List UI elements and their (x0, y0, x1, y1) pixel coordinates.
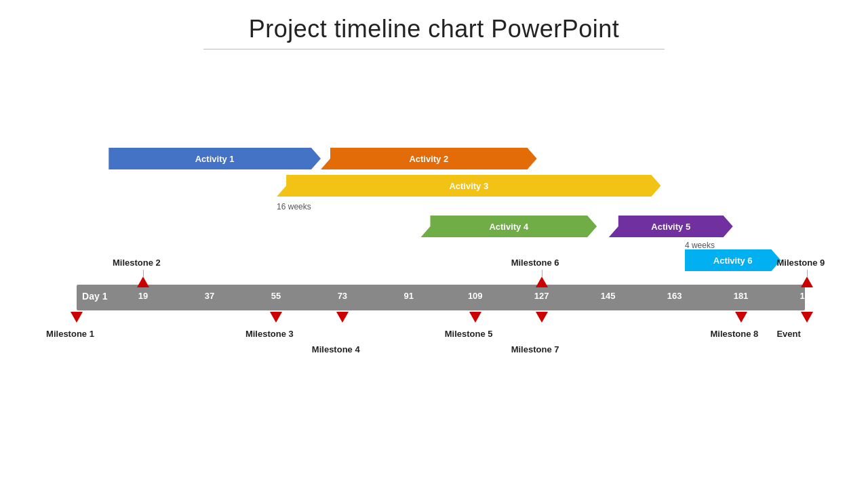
activity-label-act5: Activity 5 (651, 222, 690, 232)
tick-label-4: 73 (338, 291, 347, 301)
milestone-label-m4: Milestone 4 (312, 344, 360, 354)
milestone-label-m5: Milestone 5 (445, 329, 493, 339)
tick-label-10: 181 (734, 291, 749, 301)
tick-label-2: 37 (205, 291, 214, 301)
triangle-m6 (536, 277, 548, 287)
triangle-m8 (735, 312, 747, 323)
milestone-label-m9: Milestone 9 (776, 258, 825, 268)
milestone-label-m3: Milestone 3 (245, 329, 294, 339)
activity-bar-act2: Activity 2 (321, 148, 537, 169)
annotation-ann1: 16 weeks (277, 202, 311, 211)
activity-bar-act4: Activity 4 (421, 216, 597, 237)
tick-label-3: 55 (271, 291, 281, 301)
triangle-m5 (469, 312, 481, 323)
page-title: Project timeline chart PowerPoint (0, 0, 868, 43)
milestone-label-event: Event (776, 329, 800, 339)
triangle-event (801, 312, 813, 323)
line-m9 (807, 270, 808, 277)
tick-label-0: Day 1 (82, 291, 107, 302)
title-underline (203, 49, 665, 49)
line-m2 (143, 270, 144, 277)
tick-label-9: 163 (667, 291, 682, 301)
milestone-label-m1: Milestone 1 (46, 329, 94, 339)
tick-label-8: 145 (601, 291, 616, 301)
milestone-label-m2: Milestone 2 (113, 258, 161, 268)
milestone-label-m8: Milestone 8 (711, 329, 759, 339)
tick-label-7: 127 (534, 291, 549, 301)
activity-bar-act1: Activity 1 (108, 148, 321, 169)
triangle-m1 (71, 312, 83, 323)
milestone-label-m7: Milestone 7 (511, 344, 559, 354)
triangle-m7 (536, 312, 548, 323)
tick-label-11: 199 (800, 291, 815, 301)
chart-area: Activity 1Activity 2Activity 3Activity 4… (41, 102, 841, 427)
triangle-m9 (801, 277, 813, 287)
line-m6 (542, 270, 542, 277)
tick-label-6: 109 (468, 291, 483, 301)
annotation-ann2: 4 weeks (685, 241, 715, 250)
tick-label-1: 19 (138, 291, 148, 301)
tick-label-5: 91 (404, 291, 414, 301)
activity-label-act3: Activity 3 (449, 181, 488, 191)
activity-label-act4: Activity 4 (489, 222, 528, 232)
triangle-m2 (137, 277, 149, 287)
activity-label-act2: Activity 2 (409, 154, 448, 164)
timeline-axis (77, 285, 805, 310)
activity-bar-act3: Activity 3 (277, 175, 660, 197)
page: Project timeline chart PowerPoint Activi… (0, 0, 868, 488)
activity-label-act6: Activity 6 (713, 256, 753, 266)
triangle-m4 (336, 312, 349, 323)
milestone-label-m6: Milestone 6 (511, 258, 559, 268)
activity-bar-act6: Activity 6 (685, 249, 781, 271)
triangle-m3 (270, 312, 282, 323)
activity-bar-act5: Activity 5 (609, 216, 733, 237)
activity-label-act1: Activity 1 (195, 154, 235, 164)
